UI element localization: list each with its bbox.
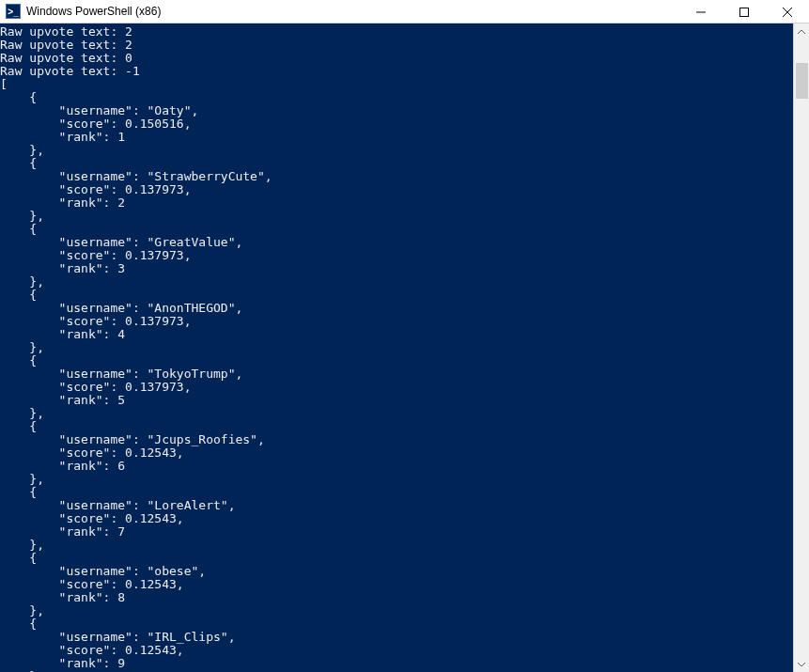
minimize-icon [696,8,706,17]
maximize-icon [739,8,749,17]
svg-rect-1 [740,8,749,16]
close-button[interactable] [766,0,809,23]
maximize-button[interactable] [723,0,766,23]
chevron-down-icon [798,662,805,667]
scroll-down-button[interactable] [794,656,809,672]
titlebar[interactable]: >_ Windows PowerShell (x86) [0,0,809,23]
scroll-up-button[interactable] [794,23,809,39]
powershell-icon-glyph: >_ [8,7,18,17]
window-title: Windows PowerShell (x86) [26,5,161,18]
close-icon [783,8,792,17]
console-output[interactable]: Raw upvote text: 2 Raw upvote text: 2 Ra… [0,23,793,672]
window-controls [679,0,809,23]
console-area: Raw upvote text: 2 Raw upvote text: 2 Ra… [0,23,809,672]
scroll-thumb[interactable] [796,63,808,99]
chevron-up-icon [798,29,805,35]
powershell-icon: >_ [6,4,21,19]
vertical-scrollbar[interactable] [793,23,809,672]
minimize-button[interactable] [679,0,723,23]
title-left: >_ Windows PowerShell (x86) [0,4,161,19]
